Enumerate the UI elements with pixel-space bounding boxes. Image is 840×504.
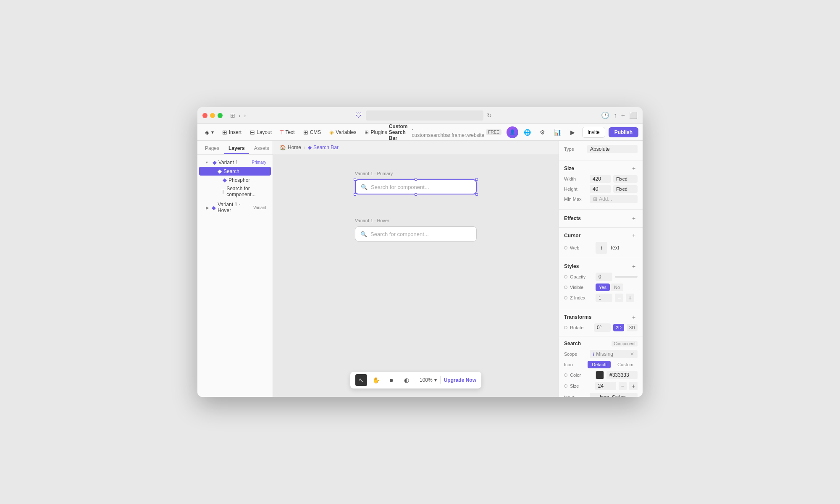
variables-label: Variables <box>336 129 356 135</box>
opacity-input[interactable] <box>596 273 612 281</box>
chart-button[interactable]: 📊 <box>552 126 564 138</box>
height-mode[interactable]: Fixed <box>613 185 638 193</box>
width-input[interactable] <box>590 175 611 183</box>
search-bar-hover[interactable]: 🔍 Search for component... <box>355 226 477 242</box>
transforms-add-btn[interactable]: + <box>630 313 638 321</box>
handle-tr[interactable] <box>475 178 478 181</box>
cursor-add-btn[interactable]: + <box>630 232 638 239</box>
search-placeholder-hover: Search for component... <box>370 231 429 237</box>
default-option[interactable]: Default <box>588 361 611 368</box>
dim-2d-btn[interactable]: 2D <box>613 324 624 331</box>
hand-tool[interactable]: ✋ <box>370 374 382 386</box>
effects-add-btn[interactable]: + <box>630 215 638 222</box>
share-icon[interactable]: ↑ <box>614 112 617 119</box>
invite-button[interactable]: Invite <box>582 127 605 138</box>
refresh-icon[interactable]: ↻ <box>487 112 492 119</box>
styles-add-btn[interactable]: + <box>630 262 638 270</box>
breadcrumb-sep: › <box>304 144 305 150</box>
layer-phosphor[interactable]: ◆ Phosphor <box>199 176 271 184</box>
color-dot <box>564 373 567 377</box>
layer-toggle-variant1[interactable]: ▾ <box>206 160 211 165</box>
layer-variant1[interactable]: ▾ ◆ Variant 1 Primary <box>199 158 271 167</box>
layout-button[interactable]: ⊟ Layout <box>247 127 275 137</box>
custom-option[interactable]: Custom <box>613 361 638 368</box>
width-label: Width <box>564 176 587 181</box>
zindex-minus[interactable]: − <box>615 294 623 302</box>
handle-bm[interactable] <box>415 193 417 196</box>
tabs-icon[interactable]: ⬜ <box>629 111 638 119</box>
color-value[interactable]: #333333 <box>606 371 638 379</box>
layout-label: Layout <box>257 129 272 135</box>
plugins-label: Plugins <box>370 129 387 135</box>
canvas-area[interactable]: Variant 1 · Primary 🔍 Search for compone… <box>273 154 559 397</box>
sidebar-toggle-icon[interactable]: ⊞ <box>230 112 235 119</box>
variant-badge: Variant <box>251 205 268 210</box>
minimize-button[interactable] <box>210 113 215 118</box>
select-tool[interactable]: ↖ <box>355 374 367 386</box>
size-input[interactable] <box>595 382 616 390</box>
layer-search[interactable]: ◆ Search <box>199 167 271 176</box>
tab-pages[interactable]: Pages <box>201 143 223 154</box>
plugins-icon: ⊞ <box>365 129 369 135</box>
back-icon[interactable]: ‹ <box>239 112 241 119</box>
primary-frame: Variant 1 · Primary 🔍 Search for compone… <box>355 171 477 194</box>
zindex-plus[interactable]: + <box>626 294 634 302</box>
tab-layers[interactable]: Layers <box>224 143 249 154</box>
primary-selection[interactable]: 🔍 Search for component... <box>355 179 477 194</box>
rotate-input[interactable] <box>594 323 611 332</box>
input-badge[interactable]: ··· Icon, Styles <box>590 393 638 397</box>
tab-assets[interactable]: Assets <box>250 143 273 154</box>
width-mode[interactable]: Fixed <box>613 175 638 183</box>
framer-logo[interactable]: ◈ ▾ <box>202 127 217 137</box>
layer-variant1-hover[interactable]: ▶ ◆ Variant 1 - Hover Variant <box>199 200 271 215</box>
history-icon[interactable]: 🕐 <box>601 111 609 119</box>
breadcrumb-home[interactable]: 🏠 Home <box>280 144 301 150</box>
cms-button[interactable]: ⊞ CMS <box>300 127 325 137</box>
avatar[interactable]: 👤 <box>507 126 518 138</box>
scope-clear-btn[interactable]: ✕ <box>630 351 634 357</box>
plugins-button[interactable]: ⊞ Plugins Custom Search Bar - customsear… <box>361 122 505 143</box>
handle-tl[interactable] <box>354 178 356 181</box>
variables-button[interactable]: ◈ Variables <box>326 127 360 137</box>
size-minus[interactable]: − <box>619 382 627 390</box>
scope-row: Scope / Missing ✕ <box>564 350 638 358</box>
zindex-input[interactable] <box>596 294 612 302</box>
size-plus[interactable]: + <box>629 382 638 390</box>
insert-button[interactable]: ⊞ Insert <box>219 127 245 137</box>
text-button[interactable]: T Text <box>277 127 298 137</box>
settings-button[interactable]: ⚙ <box>537 126 549 138</box>
upgrade-button[interactable]: Upgrade Now <box>444 377 476 383</box>
url-bar[interactable] <box>366 110 483 121</box>
circle-tool[interactable]: ● <box>386 374 397 386</box>
icon-row: Icon Default Custom <box>564 361 638 368</box>
size-dot <box>564 384 567 388</box>
left-panel: Pages Layers Assets ▾ ◆ Variant 1 Primar… <box>197 141 273 397</box>
play-button[interactable]: ▶ <box>567 126 579 138</box>
globe-button[interactable]: 🌐 <box>522 126 533 138</box>
search-bar-primary[interactable]: 🔍 Search for component... <box>355 179 477 194</box>
size-add-btn[interactable]: + <box>630 165 638 172</box>
no-option[interactable]: No <box>611 284 623 291</box>
handle-bl[interactable] <box>354 193 356 196</box>
effects-section: Effects + <box>559 210 643 228</box>
layer-search-text[interactable]: T Search for component... <box>199 184 271 199</box>
publish-button[interactable]: Publish <box>609 127 638 137</box>
close-button[interactable] <box>202 113 207 118</box>
height-input[interactable] <box>590 185 611 193</box>
breadcrumb-current-label: Search Bar <box>313 144 339 150</box>
layer-label-search-text: Search for component... <box>226 186 268 197</box>
layer-toggle-hover[interactable]: ▶ <box>206 205 210 210</box>
color-swatch[interactable] <box>596 371 604 379</box>
type-value[interactable]: Absolute <box>587 145 638 153</box>
zoom-control[interactable]: 100% ▾ <box>420 377 437 383</box>
new-tab-icon[interactable]: + <box>621 112 625 119</box>
dim-3d-btn[interactable]: 3D <box>627 324 638 331</box>
handle-br[interactable] <box>475 193 478 196</box>
yes-option[interactable]: Yes <box>596 284 610 291</box>
forward-icon[interactable]: › <box>244 112 246 119</box>
scope-value: Missing <box>596 351 613 357</box>
moon-tool[interactable]: ◐ <box>401 374 412 386</box>
maximize-button[interactable] <box>218 113 223 118</box>
handle-tm[interactable] <box>415 178 417 181</box>
breadcrumb-current[interactable]: ◆ Search Bar <box>308 144 339 150</box>
